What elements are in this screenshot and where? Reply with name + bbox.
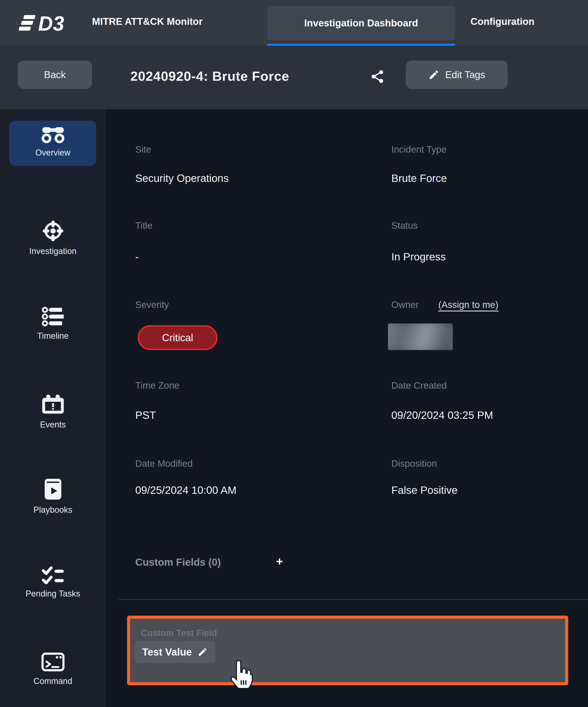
field-label-date-modified: Date Modified [135,458,193,469]
overview-panel: Site Security Operations Incident Type B… [106,109,588,707]
custom-field-value: Test Value [142,646,192,658]
field-value-status: In Progress [391,251,446,263]
field-label-time-zone: Time Zone [135,380,179,391]
custom-field-value-chip[interactable]: Test Value [135,641,215,663]
incident-title: 20240920-4: Brute Force [130,69,289,84]
field-label-date-created: Date Created [391,380,447,391]
add-custom-field-button[interactable]: + [276,554,283,568]
custom-fields-header: Custom Fields (0) [135,556,221,568]
incident-title-bar: Back 20240920-4: Brute Force [0,46,588,109]
target-icon [0,220,106,242]
sidebar-item-events[interactable]: Events [0,394,106,430]
binoculars-icon [0,127,106,143]
sidebar-item-playbooks[interactable]: Playbooks [0,478,106,515]
sidebar-item-timeline[interactable]: Timeline [0,307,106,341]
nav-item-investigation-dashboard[interactable]: Investigation Dashboard [267,6,455,40]
assign-to-me-link[interactable]: (Assign to me) [438,300,498,310]
field-label-incident-type: Incident Type [391,144,447,155]
field-value-incident-type: Brute Force [391,172,447,184]
custom-field-label: Custom Test Field [141,628,217,638]
field-label-status: Status [391,220,418,231]
field-value-date-created: 09/20/2024 03:25 PM [391,409,493,421]
terminal-icon [0,652,106,672]
timeline-icon [0,307,106,326]
d3-logo: D3 [19,12,78,35]
field-label-title: Title [135,220,152,231]
edit-pencil-icon[interactable] [198,647,208,657]
sidebar-item-label: Events [0,420,106,430]
sidebar-item-label: Investigation [0,246,106,256]
pencil-icon [428,69,440,80]
sidebar-item-label: Overview [0,148,106,158]
owner-value-blurred [388,324,453,350]
field-label-severity: Severity [135,300,169,310]
field-value-title: - [135,251,139,263]
nav-item-configuration[interactable]: Configuration [471,16,534,27]
active-tab-underline [267,44,455,46]
nav-item-mitre-attack-monitor[interactable]: MITRE ATT&CK Monitor [92,16,203,27]
field-value-disposition: False Positive [391,484,458,496]
field-label-owner: Owner [391,300,419,310]
field-value-time-zone: PST [135,409,156,421]
field-label-site: Site [135,144,151,155]
edit-tags-button[interactable]: Edit Tags [406,61,508,89]
sidebar-item-label: Playbooks [0,505,106,515]
field-value-date-modified: 09/25/2024 10:00 AM [135,484,236,496]
sidebar-item-command[interactable]: Command [0,652,106,686]
share-icon[interactable] [370,69,385,84]
svg-text:D3: D3 [38,12,64,34]
field-label-disposition: Disposition [391,458,437,469]
playbook-icon [0,478,106,500]
custom-field-highlight-box: Custom Test Field Test Value [127,616,568,685]
severity-badge-critical: Critical [138,325,217,350]
calendar-alert-icon [0,394,106,415]
investigation-dashboard-app: D3 MITRE ATT&CK Monitor Investigation Da… [0,0,588,707]
sidebar-item-overview[interactable]: Overview [0,127,106,158]
sidebar-item-label: Command [0,676,106,686]
sidebar-item-pending-tasks[interactable]: Pending Tasks [0,566,106,599]
checklist-icon [0,566,106,584]
back-button[interactable]: Back [18,61,92,89]
sidebar-item-label: Timeline [0,331,106,341]
section-divider [118,599,588,600]
sidebar-item-label: Pending Tasks [0,589,106,599]
field-value-site: Security Operations [135,172,229,184]
incident-sidebar: Overview Investigation [0,109,106,707]
mouse-cursor-hand-icon [228,660,254,691]
top-navigation-bar: D3 MITRE ATT&CK Monitor Investigation Da… [0,0,588,46]
sidebar-item-investigation[interactable]: Investigation [0,220,106,256]
edit-tags-label: Edit Tags [445,69,485,80]
